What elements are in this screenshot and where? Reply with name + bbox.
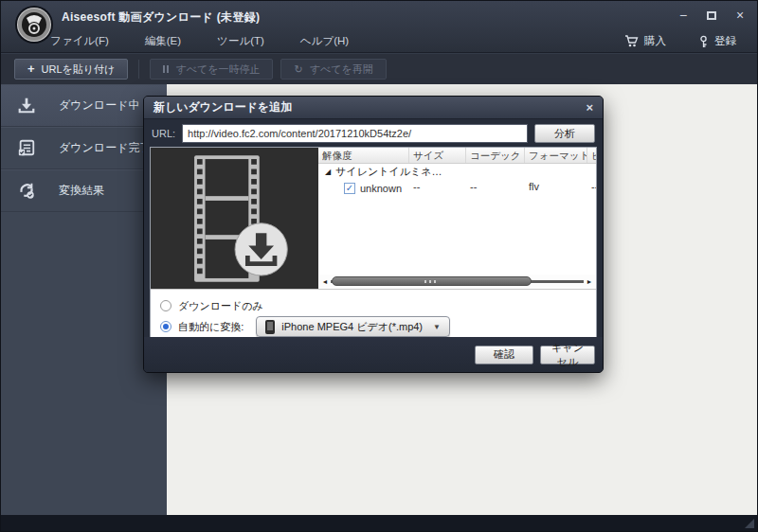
sidebar-item-downloading[interactable]: ダウンロード中 [1, 84, 167, 127]
maximize-button[interactable] [704, 9, 719, 22]
sidebar-item-label: ダウンロード中 [59, 98, 139, 114]
menu-file[interactable]: ファイル(F) [50, 34, 109, 48]
format-codec: -- [466, 180, 525, 196]
window-title: Aiseesoft 動画ダウンロード (未登録) [62, 9, 260, 26]
sidebar-item-converted[interactable]: 変換結果 [1, 169, 167, 212]
convert-format-dropdown[interactable]: iPhone MPEG4 ビデオ(*.mp4) ▼ [256, 316, 450, 337]
register-link[interactable]: 登録 [698, 34, 736, 48]
video-thumbnail [151, 148, 318, 289]
paste-url-label: URLを貼り付け [42, 62, 116, 77]
close-button[interactable]: × [732, 9, 748, 22]
menu-help[interactable]: ヘルプ(H) [300, 34, 349, 48]
download-complete-icon [17, 138, 36, 157]
download-icon [17, 96, 36, 115]
purchase-link[interactable]: 購入 [624, 34, 666, 48]
pause-icon [163, 65, 169, 73]
format-bitrate: -- [587, 180, 596, 196]
table-header: 解像度 サイズ コーデック フォーマット ビ [318, 148, 596, 164]
dialog-title: 新しいダウンロードを追加 [153, 99, 586, 115]
convert-icon [17, 181, 36, 200]
auto-convert-label[interactable]: 自動的に変換: [178, 320, 244, 334]
resume-icon: ↻ [294, 63, 302, 76]
video-group-title: サイレントイルミネ… [335, 165, 442, 179]
col-bitrate[interactable]: ビ [587, 148, 596, 163]
purchase-label: 購入 [644, 34, 666, 48]
format-name: unknown [360, 183, 402, 194]
header: Aiseesoft 動画ダウンロード (未登録) − × ファイル(F) 編集(… [1, 1, 757, 53]
cart-icon [624, 35, 639, 47]
toolbar: + URLを貼り付け すべてを一時停止 ↻ すべてを再開 [1, 53, 757, 84]
col-codec[interactable]: コーデック [466, 148, 525, 163]
sidebar-item-completed[interactable]: ダウンロード完了 [1, 127, 167, 169]
menu-items: ファイル(F) 編集(E) ツール(T) ヘルプ(H) [50, 34, 349, 48]
format-name-cell: ✓ unknown [318, 180, 409, 196]
download-only-row: ダウンロードのみ [160, 295, 596, 316]
menubar: ファイル(F) 編集(E) ツール(T) ヘルプ(H) 購入 [1, 29, 757, 53]
col-size[interactable]: サイズ [409, 148, 466, 163]
format-row[interactable]: ✓ unknown -- -- flv -- [318, 180, 596, 196]
resize-grip[interactable] [745, 519, 754, 528]
sidebar-item-label: ダウンロード完了 [59, 140, 151, 156]
sidebar-item-label: 変換結果 [59, 183, 104, 199]
col-format[interactable]: フォーマット [525, 148, 587, 163]
plus-icon: + [27, 63, 35, 75]
menu-edit[interactable]: 編集(E) [145, 34, 181, 48]
confirm-button[interactable]: 確認 [475, 346, 533, 364]
cancel-button[interactable]: キャンセル [540, 346, 595, 364]
window-controls: − × [676, 9, 748, 22]
url-input[interactable] [182, 124, 528, 143]
dialog-titlebar: 新しいダウンロードを追加 × [144, 97, 603, 119]
filmstrip-download-icon [176, 153, 294, 284]
sidebar: ダウンロード中 ダウンロード完了 変換結果 [1, 84, 167, 515]
url-label: URL: [152, 128, 175, 139]
add-download-dialog: 新しいダウンロードを追加 × URL: 分析 [143, 96, 604, 373]
app-window: Aiseesoft 動画ダウンロード (未登録) − × ファイル(F) 編集(… [0, 0, 758, 532]
menu-right: 購入 登録 [624, 34, 736, 48]
titlebar: Aiseesoft 動画ダウンロード (未登録) − × [1, 1, 757, 29]
statusbar [1, 515, 757, 531]
maximize-icon [707, 11, 716, 20]
minimize-button[interactable]: − [676, 9, 691, 22]
horizontal-scrollbar: ◄ ► [319, 275, 595, 288]
scrollbar-track[interactable] [331, 275, 584, 288]
paste-url-button[interactable]: + URLを貼り付け [14, 59, 128, 80]
dialog-close-button[interactable]: × [586, 100, 593, 115]
key-icon [698, 35, 709, 48]
format-size: -- [409, 180, 466, 196]
tree-expander-icon[interactable]: ◢ [325, 168, 331, 176]
menu-tools[interactable]: ツール(T) [217, 34, 264, 48]
video-group-row[interactable]: ◢ サイレントイルミネ… [318, 164, 596, 180]
download-options: ダウンロードのみ 自動的に変換: iPhone MPEG4 ビデオ(*.mp4)… [151, 289, 596, 338]
col-resolution[interactable]: 解像度 [318, 148, 409, 163]
toolbar-separator [138, 60, 139, 79]
analyze-button[interactable]: 分析 [534, 124, 595, 143]
resume-all-button[interactable]: ↻ すべてを再開 [280, 59, 386, 80]
download-only-radio[interactable] [160, 300, 171, 311]
scroll-right-arrow[interactable]: ► [584, 278, 595, 285]
pause-all-label: すべてを一時停止 [175, 62, 260, 77]
convert-format-value: iPhone MPEG4 ビデオ(*.mp4) [281, 320, 423, 334]
format-table: 解像度 サイズ コーデック フォーマット ビ ◢ サイレントイルミネ… ✓ un… [318, 148, 596, 289]
scroll-left-arrow[interactable]: ◄ [319, 278, 331, 285]
pause-all-button[interactable]: すべてを一時停止 [150, 59, 273, 80]
app-logo-icon [14, 5, 54, 44]
dialog-footer: 確認 キャンセル [144, 337, 603, 372]
chevron-down-icon: ▼ [433, 323, 441, 331]
format-checkbox[interactable]: ✓ [344, 183, 355, 194]
url-row: URL: 分析 [152, 122, 595, 145]
download-only-label[interactable]: ダウンロードのみ [178, 299, 263, 313]
dialog-content-panel: 解像度 サイズ コーデック フォーマット ビ ◢ サイレントイルミネ… ✓ un… [150, 147, 597, 339]
format-format: flv [525, 180, 587, 196]
resume-all-label: すべてを再開 [310, 62, 373, 77]
register-label: 登録 [714, 34, 736, 48]
auto-convert-radio[interactable] [160, 321, 171, 332]
phone-icon [265, 320, 275, 334]
scrollbar-thumb[interactable] [332, 276, 532, 286]
auto-convert-row: 自動的に変換: iPhone MPEG4 ビデオ(*.mp4) ▼ [160, 316, 596, 337]
